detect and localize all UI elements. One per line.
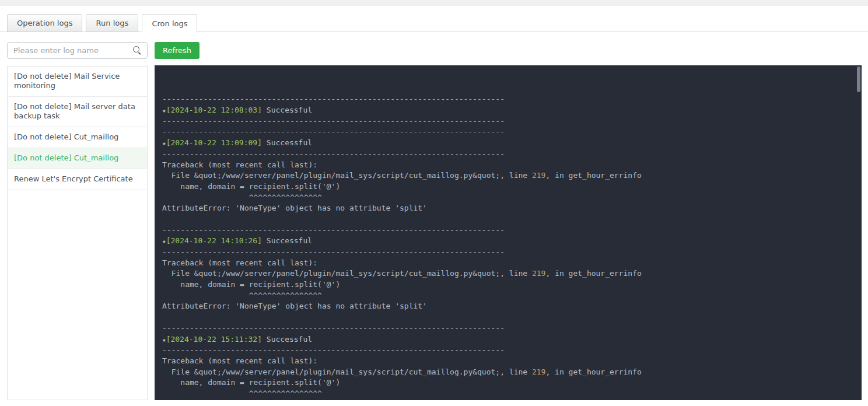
cron-task-list: [Do not delete] Mail Service monitoring[… bbox=[7, 66, 148, 400]
tab-operation-logs[interactable]: Operation logs bbox=[7, 14, 82, 32]
log-line: ★[2024-10-22 15:11:32] Successful bbox=[162, 334, 853, 345]
log-search bbox=[7, 42, 148, 59]
refresh-button[interactable]: Refresh bbox=[155, 42, 200, 59]
log-line: ★[2024-10-22 12:08:03] Successful bbox=[162, 105, 853, 116]
tab-cron-logs[interactable]: Cron logs bbox=[142, 14, 197, 33]
log-line: Traceback (most recent call last): bbox=[162, 356, 853, 367]
list-item[interactable]: [Do not delete] Cut_maillog bbox=[8, 127, 147, 148]
log-line: ----------------------------------------… bbox=[162, 149, 853, 160]
log-line: File &quot;/www/server/panel/plugin/mail… bbox=[162, 268, 853, 279]
log-line: ----------------------------------------… bbox=[162, 225, 853, 236]
log-line: ^^^^^^^^^^^^^^^^ bbox=[162, 388, 853, 400]
top-strip bbox=[0, 0, 868, 6]
list-item[interactable]: [Do not delete] Mail Service monitoring bbox=[8, 66, 147, 97]
log-line: ★[2024-10-22 14:10:26] Successful bbox=[162, 236, 853, 247]
log-line bbox=[162, 312, 853, 323]
log-line: ^^^^^^^^^^^^^^^^ bbox=[162, 290, 853, 302]
log-line bbox=[162, 214, 853, 225]
log-line: File &quot;/www/server/panel/plugin/mail… bbox=[162, 170, 853, 181]
log-line: ----------------------------------------… bbox=[162, 345, 853, 356]
log-line: ^^^^^^^^^^^^^^^^ bbox=[162, 192, 853, 204]
list-item[interactable]: [Do not delete] Cut_maillog bbox=[8, 148, 147, 169]
log-line: ----------------------------------------… bbox=[162, 247, 853, 258]
log-line: Traceback (most recent call last): bbox=[162, 258, 853, 269]
log-line: AttributeError: 'NoneType' object has no… bbox=[162, 400, 853, 400]
log-line: ----------------------------------------… bbox=[162, 323, 853, 334]
log-line: name, domain = recipient.split('@') bbox=[162, 181, 853, 192]
scrollbar-thumb[interactable] bbox=[857, 66, 860, 92]
log-viewport[interactable]: ----------------------------------------… bbox=[155, 65, 862, 400]
log-line: AttributeError: 'NoneType' object has no… bbox=[162, 301, 853, 312]
log-line: ----------------------------------------… bbox=[162, 94, 853, 105]
search-input[interactable] bbox=[7, 42, 148, 59]
log-line: Traceback (most recent call last): bbox=[162, 160, 853, 171]
log-line: name, domain = recipient.split('@') bbox=[162, 279, 853, 290]
log-line: File &quot;/www/server/panel/plugin/mail… bbox=[162, 367, 853, 378]
log-line: AttributeError: 'NoneType' object has no… bbox=[162, 203, 853, 214]
tab-run-logs[interactable]: Run logs bbox=[86, 14, 138, 32]
log-line: ★[2024-10-22 13:09:09] Successful bbox=[162, 138, 853, 149]
search-icon[interactable] bbox=[133, 46, 142, 55]
log-line: name, domain = recipient.split('@') bbox=[162, 377, 853, 388]
log-line: ----------------------------------------… bbox=[162, 127, 853, 138]
tab-bar: Operation logsRun logsCron logs bbox=[7, 14, 197, 33]
list-item[interactable]: [Do not delete] Mail server data backup … bbox=[8, 97, 147, 127]
log-line: ----------------------------------------… bbox=[162, 116, 853, 127]
list-item[interactable]: Renew Let's Encrypt Certificate bbox=[8, 169, 147, 190]
